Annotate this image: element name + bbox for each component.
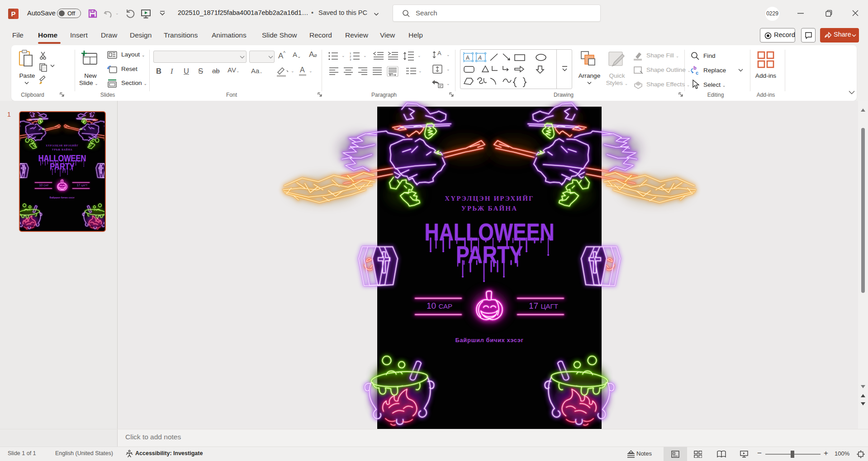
svg-text:P: P <box>11 10 15 18</box>
svg-text:A: A <box>466 55 470 61</box>
svg-text:1: 1 <box>350 52 351 55</box>
svg-text:2: 2 <box>350 55 351 58</box>
svg-text:c: c <box>696 70 698 75</box>
svg-text:A: A <box>478 55 482 61</box>
svg-text:3: 3 <box>350 58 351 61</box>
svg-text:A: A <box>437 50 441 56</box>
